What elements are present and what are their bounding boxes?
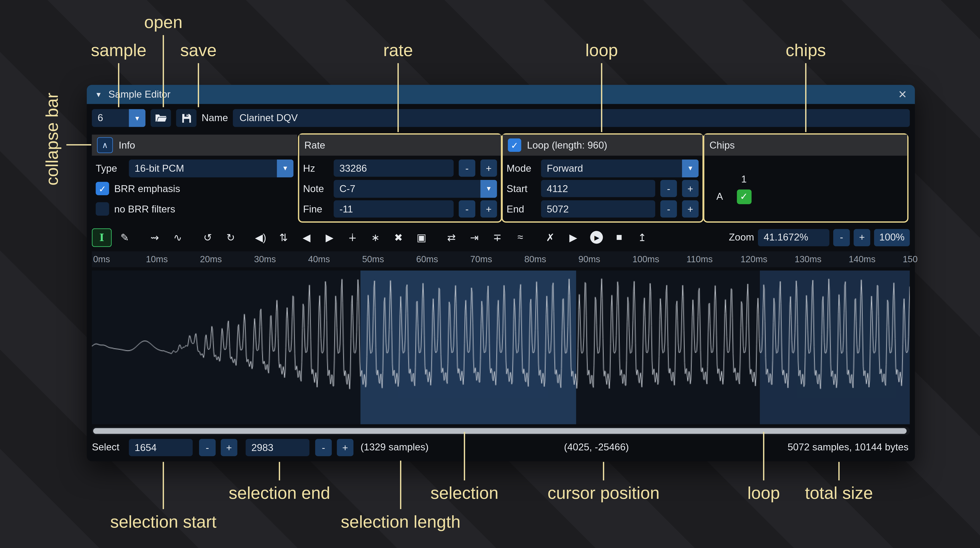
fine-decrease-button[interactable]: - xyxy=(459,200,475,218)
close-icon[interactable]: × xyxy=(899,88,907,102)
preview-button[interactable]: ▶ xyxy=(563,228,583,247)
scrollbar-thumb[interactable] xyxy=(93,428,907,434)
chip-a-checkbox[interactable]: ✓ xyxy=(737,189,751,204)
draw-mode-icon: ✎ xyxy=(121,231,129,244)
delete-button[interactable]: ✖ xyxy=(388,228,408,247)
collapse-bar-icon[interactable]: ∧ xyxy=(97,137,113,153)
ruler-tick: 10ms xyxy=(146,254,168,264)
annotation-chips: chips xyxy=(786,41,826,61)
open-button[interactable] xyxy=(151,109,171,127)
desktop-background: ▼ Sample Editor × 6 ▼ xyxy=(0,0,980,548)
sample-name-input[interactable]: Clarinet DQV xyxy=(233,109,910,127)
no-brr-filters-checkbox[interactable] xyxy=(95,202,109,216)
ruler-tick: 110ms xyxy=(687,254,713,264)
fade-out-icon: ▶ xyxy=(326,231,333,244)
fade-out-button[interactable]: ▶ xyxy=(320,228,339,247)
stop-preview-button[interactable]: ■ xyxy=(609,228,629,247)
selection-start-decrease-button[interactable]: - xyxy=(199,439,216,456)
fine-label: Fine xyxy=(303,203,328,215)
resize-button[interactable]: ⇝ xyxy=(145,228,165,247)
toolbar-icons: I✎⇝∿↺↻◀)⇅◀▶∔∗✖▣⇄⇥∓≈✗▶▶■↥ xyxy=(92,228,652,247)
insert-silence-button[interactable]: ∔ xyxy=(343,228,363,247)
invert-button[interactable]: ⇥ xyxy=(465,228,484,247)
loop-end-increase-button[interactable]: + xyxy=(682,200,699,218)
annotation-cursor-position: cursor position xyxy=(547,484,660,503)
hz-decrease-button[interactable]: - xyxy=(459,159,475,177)
info-panel: ∧ Info Type 16-bit PCM ▼ ✓ BRR emphasis xyxy=(92,135,298,221)
loop-start-decrease-button[interactable]: - xyxy=(660,180,677,197)
selection-start-increase-button[interactable]: + xyxy=(221,439,237,456)
draw-mode-button[interactable]: ✎ xyxy=(115,228,135,247)
hz-input[interactable]: 33286 xyxy=(334,159,453,177)
amplify-button[interactable]: ◀) xyxy=(251,228,270,247)
annotation-line xyxy=(763,432,764,480)
brr-emphasis-label: BRR emphasis xyxy=(114,183,180,194)
annotation-line xyxy=(838,462,840,480)
redo-button[interactable]: ↻ xyxy=(221,228,240,247)
crossfade-button[interactable]: ✗ xyxy=(540,228,560,247)
zoom-out-button[interactable]: - xyxy=(833,229,850,246)
rate-panel-header: Rate xyxy=(299,135,501,156)
sample-select[interactable]: 6 ▼ xyxy=(92,109,145,127)
edit-mode-button[interactable]: I xyxy=(92,228,112,247)
waveform-canvas[interactable] xyxy=(92,271,910,424)
selection-start-input[interactable]: 1654 xyxy=(129,439,193,456)
filter-button[interactable]: ≈ xyxy=(511,228,530,247)
undo-button[interactable]: ↺ xyxy=(198,228,218,247)
resample-icon: ∿ xyxy=(173,231,182,244)
sample-type-select[interactable]: 16-bit PCM ▼ xyxy=(129,159,294,177)
zoom-in-button[interactable]: + xyxy=(854,229,870,246)
annotation-sample: sample xyxy=(91,41,146,61)
sample-toprow: 6 ▼ Name Clarinet DQV xyxy=(87,104,915,132)
brr-emphasis-checkbox[interactable]: ✓ xyxy=(95,182,109,195)
normalize-button[interactable]: ⇅ xyxy=(274,228,293,247)
fine-input[interactable]: -11 xyxy=(334,200,453,218)
loop-start-input[interactable]: 4112 xyxy=(541,180,655,197)
loop-start-value: 4112 xyxy=(547,183,568,194)
import-button[interactable]: ↥ xyxy=(632,228,652,247)
floppy-disk-icon xyxy=(181,113,192,123)
apply-silence-icon: ∗ xyxy=(371,231,380,244)
stop-preview-icon: ■ xyxy=(616,232,622,243)
sign-invert-button[interactable]: ∓ xyxy=(487,228,507,247)
time-ruler[interactable]: 0ms10ms20ms30ms40ms50ms60ms70ms80ms90ms1… xyxy=(92,252,910,267)
ruler-tick: 60ms xyxy=(416,254,438,264)
hz-increase-button[interactable]: + xyxy=(480,159,497,177)
resample-button[interactable]: ∿ xyxy=(168,228,188,247)
reverse-button[interactable]: ⇄ xyxy=(442,228,461,247)
loop-mode-select[interactable]: Forward ▼ xyxy=(541,159,698,177)
chips-panel-title: Chips xyxy=(710,139,735,151)
annotation-loop-bottom: loop xyxy=(747,484,780,503)
status-bar: Select 1654 - + 2983 - + (1329 samples) … xyxy=(87,438,915,457)
apply-silence-button[interactable]: ∗ xyxy=(366,228,385,247)
selection-end-decrease-button[interactable]: - xyxy=(315,439,332,456)
preview-loop-button[interactable]: ▶ xyxy=(586,228,606,247)
hz-label: Hz xyxy=(303,162,328,174)
selection-end-increase-button[interactable]: + xyxy=(337,439,353,456)
sample-select-value: 6 xyxy=(92,112,129,124)
undo-icon: ↺ xyxy=(204,231,212,244)
save-button[interactable] xyxy=(176,109,196,127)
loop-start-increase-button[interactable]: + xyxy=(682,180,699,197)
fine-increase-button[interactable]: + xyxy=(480,200,497,218)
import-icon: ↥ xyxy=(638,231,646,244)
sample-toolbar: I✎⇝∿↺↻◀)⇅◀▶∔∗✖▣⇄⇥∓≈✗▶▶■↥ Zoom 41.1672% -… xyxy=(92,226,910,249)
note-select[interactable]: C-7 ▼ xyxy=(334,180,497,198)
trim-button[interactable]: ▣ xyxy=(412,228,431,247)
waveform-scrollbar[interactable] xyxy=(92,427,910,435)
annotation-selection-length: selection length xyxy=(341,512,461,532)
cursor-position-text: (4025, -25466) xyxy=(564,441,629,453)
zoom-reset-button[interactable]: 100% xyxy=(874,229,910,246)
collapse-window-icon[interactable]: ▼ xyxy=(95,91,102,98)
fade-in-button[interactable]: ◀ xyxy=(297,228,317,247)
selection-end-input[interactable]: 2983 xyxy=(246,439,310,456)
loop-end-decrease-button[interactable]: - xyxy=(660,200,677,218)
loop-end-input[interactable]: 5072 xyxy=(541,200,655,218)
loop-enabled-checkbox[interactable]: ✓ xyxy=(508,139,521,152)
fade-in-icon: ◀ xyxy=(302,231,310,244)
zoom-input[interactable]: 41.1672% xyxy=(758,229,829,246)
info-panel-header[interactable]: ∧ Info xyxy=(92,135,298,156)
titlebar[interactable]: ▼ Sample Editor × xyxy=(87,85,915,104)
ruler-tick: 100ms xyxy=(633,254,659,264)
annotation-save: save xyxy=(180,41,216,61)
